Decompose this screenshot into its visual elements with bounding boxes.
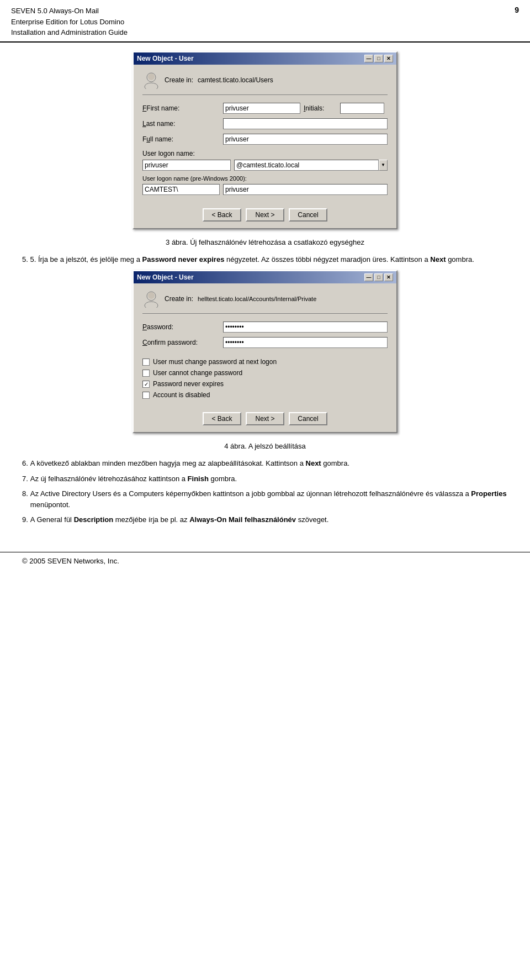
para7-rest: gombra.: [211, 475, 237, 483]
dialog2-create-in-row: Create in: helltest.ticato.local/Account…: [142, 290, 388, 314]
password-row: Password:: [142, 322, 388, 333]
para9-content: A General fül Description mezőjébe írja …: [30, 514, 329, 525]
svg-point-2: [148, 73, 155, 80]
para8-content: Az Active Directory Users és a Computers…: [30, 488, 508, 510]
dialog1-title: New Object - User: [137, 55, 194, 62]
page-footer: © 2005 SEVEN Networks, Inc.: [0, 552, 530, 570]
para5-num: 5.: [22, 255, 30, 264]
dialog2-cancel-button[interactable]: Cancel: [289, 412, 327, 425]
checkbox3-box[interactable]: ✓: [142, 381, 150, 388]
svg-point-1: [145, 83, 158, 89]
create-in-row: Create in: camtest.ticato.local/Users: [142, 71, 388, 95]
dialog2-create-in-label: Create in:: [165, 295, 193, 303]
dialog2-window: New Object - User — □ ✕ Create in: hell: [132, 270, 398, 433]
dialog2-titlebar: New Object - User — □ ✕: [134, 271, 396, 283]
checkbox1-box[interactable]: [142, 359, 150, 366]
para5-rest: négyzetet. Az összes többi négyzet marad…: [226, 255, 428, 264]
minimize-button[interactable]: —: [364, 55, 373, 62]
dialog2-maximize-button[interactable]: □: [374, 273, 383, 281]
para9-bold: Description: [74, 515, 114, 524]
footer-text: © 2005 SEVEN Networks, Inc.: [22, 557, 119, 565]
para8-rest: menüpontot.: [30, 500, 70, 509]
firstname-row: FFirst name: Initials:: [142, 103, 388, 114]
checkbox2-row: User cannot change password: [142, 369, 388, 377]
para7-text: Az új felhasználónév létrehozásához katt…: [30, 475, 186, 483]
para9-rest: szöveget.: [298, 515, 329, 524]
para7-content: Az új felhasználónév létrehozásához katt…: [30, 473, 237, 484]
password-input[interactable]: [223, 322, 388, 333]
full-name-input[interactable]: [223, 134, 388, 145]
checkbox2-box[interactable]: [142, 370, 150, 377]
paragraph7: 7. Az új felhasználónév létrehozásához k…: [22, 473, 508, 484]
checkbox4-box[interactable]: [142, 392, 150, 399]
dialog2-user-icon: [142, 290, 160, 308]
svg-point-5: [148, 292, 155, 299]
dialog2-container: New Object - User — □ ✕ Create in: hell: [22, 270, 508, 433]
logon-domain-input[interactable]: [234, 160, 379, 171]
dialog1-container: New Object - User — □ ✕ Create in: camt: [22, 51, 508, 229]
figure1-caption: 3 ábra. Új felhasználónév létrehozása a …: [22, 238, 508, 246]
confirm-password-input[interactable]: [223, 337, 388, 348]
first-name-input[interactable]: [223, 103, 300, 114]
checkbox4-row: Account is disabled: [142, 391, 388, 399]
dialog1-body: Create in: camtest.ticato.local/Users FF…: [134, 65, 396, 228]
confirm-password-row: Confirm password:: [142, 337, 388, 348]
para6-rest: gombra.: [323, 459, 349, 467]
dialog2-close-button[interactable]: ✕: [384, 273, 393, 281]
checkmark-icon: ✓: [144, 381, 149, 387]
pre-windows-user-input[interactable]: [223, 184, 388, 195]
initials-input[interactable]: [340, 103, 384, 114]
para5-text: 5. Írja be a jelszót, és jelölje meg a: [30, 255, 140, 264]
create-in-label: Create in:: [165, 76, 193, 84]
first-name-label: FFirst name:: [142, 104, 220, 112]
page-content: New Object - User — □ ✕ Create in: camt: [0, 51, 530, 541]
para5-bold2: Next: [430, 255, 446, 264]
paragraph8: 8. Az Active Directory Users és a Comput…: [22, 488, 508, 510]
maximize-button[interactable]: □: [374, 55, 383, 62]
checkbox3-row: ✓ Password never expires: [142, 380, 388, 388]
dialog1-back-button[interactable]: < Back: [203, 208, 241, 222]
create-in-path: camtest.ticato.local/Users: [198, 76, 273, 84]
header-line3: Installation and Administration Guide: [11, 27, 128, 38]
full-name-label: Full name:: [142, 135, 220, 143]
dialog2-body: Create in: helltest.ticato.local/Account…: [134, 283, 396, 432]
header-left: SEVEN 5.0 Always-On Mail Enterprise Edit…: [11, 6, 128, 38]
para6-bold: Next: [306, 459, 321, 467]
para9-bold2: Always-On Mail felhasználónév: [189, 515, 296, 524]
paragraph5: 5. 5. Írja be a jelszót, és jelölje meg …: [22, 254, 508, 265]
figure2-caption: 4 ábra. A jelszó beállítása: [22, 442, 508, 450]
pre-windows-row: [142, 184, 388, 195]
paragraph9: 9. A General fül Description mezőjébe ír…: [22, 514, 508, 525]
dialog1-buttons: < Back Next > Cancel: [142, 204, 388, 222]
pre-windows-label: User logon name (pre-Windows 2000):: [142, 175, 388, 182]
para8-text: Az Active Directory Users és a Computers…: [30, 489, 469, 498]
close-button[interactable]: ✕: [384, 55, 393, 62]
checkbox1-row: User must change password at next logon: [142, 358, 388, 366]
dialog2-title: New Object - User: [137, 273, 194, 281]
dialog2-minimize-button[interactable]: —: [364, 273, 373, 281]
para7-num: 7.: [22, 473, 28, 484]
dialog1-cancel-button[interactable]: Cancel: [289, 208, 327, 222]
dialog2-back-button[interactable]: < Back: [203, 412, 241, 425]
pre-windows-domain-input[interactable]: [142, 184, 220, 195]
header-line2: Enterprise Edition for Lotus Domino: [11, 17, 128, 28]
para9-text2: mezőjébe írja be pl. az: [115, 515, 188, 524]
dialog2-buttons: < Back Next > Cancel: [142, 408, 388, 425]
para5-bold: Password never expires: [142, 255, 225, 264]
dialog1-next-button[interactable]: Next >: [246, 208, 284, 222]
para5-rest2: gombra.: [448, 255, 474, 264]
checkbox1-label: User must change password at next logon: [153, 358, 277, 366]
dialog1-titlebar: New Object - User — □ ✕: [134, 52, 396, 65]
confirm-password-label: Confirm password:: [142, 339, 220, 346]
para8-num: 8.: [22, 488, 28, 510]
fullname-row: Full name:: [142, 134, 388, 145]
user-logon-input[interactable]: [142, 160, 231, 171]
dropdown-arrow[interactable]: ▼: [379, 160, 388, 171]
dialog2-next-button[interactable]: Next >: [246, 412, 284, 425]
para9-text: A General fül: [30, 515, 72, 524]
initials-label: Initials:: [304, 104, 337, 112]
checkbox3-label: Password never expires: [153, 380, 224, 388]
last-name-input[interactable]: [223, 118, 388, 129]
logon-domain-wrapper: ▼: [234, 160, 388, 171]
dialog2-create-in-path: helltest.ticato.local/Accounts/Internal/…: [198, 296, 316, 302]
